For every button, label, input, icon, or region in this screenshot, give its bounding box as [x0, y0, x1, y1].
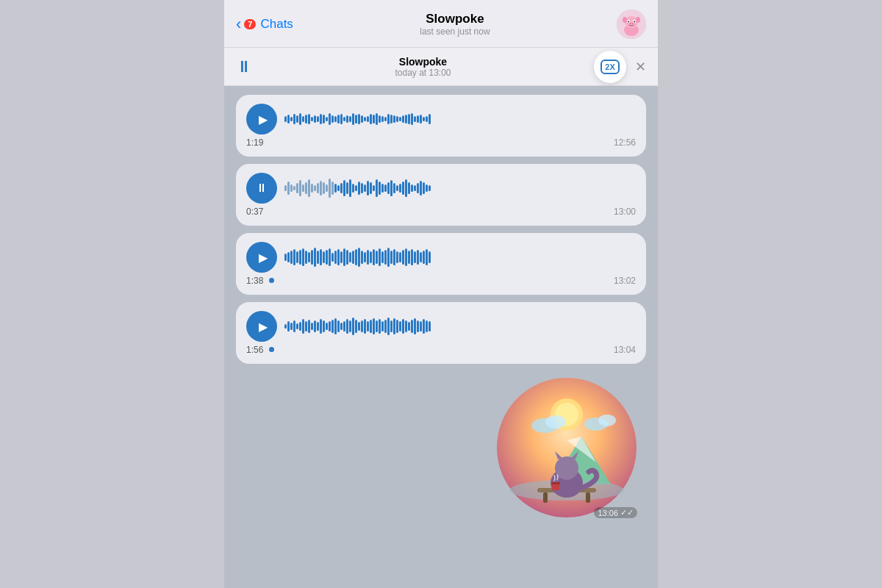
play-button-4[interactable]: ▶ — [246, 311, 277, 342]
waveform-bar — [429, 114, 431, 124]
waveform-bar — [426, 116, 428, 122]
waveform-bar — [299, 113, 301, 125]
waveform-bar — [305, 115, 307, 123]
waveform-bar — [411, 184, 413, 192]
header-center: Slowpoke last seen just now — [293, 12, 617, 37]
waveform-bar — [364, 184, 366, 192]
waveform-bar — [429, 185, 431, 191]
waveform-bar — [396, 251, 398, 263]
waveform-bar — [414, 251, 416, 263]
svg-point-6 — [634, 21, 635, 23]
waveform-bar — [387, 114, 390, 124]
waveform-bar — [305, 321, 307, 331]
waveform-bar — [396, 116, 398, 122]
waveform-bar — [426, 249, 428, 265]
waveform-bar — [343, 248, 345, 266]
waveform-bar — [302, 184, 304, 192]
voice-bottom-2: 0:37 13:00 — [246, 207, 636, 217]
waveform-bar — [384, 320, 387, 333]
mini-player-controls: 2X ✕ — [594, 51, 646, 83]
waveform-bar — [287, 321, 290, 331]
waveform-bar — [355, 185, 357, 191]
avatar[interactable] — [617, 10, 646, 39]
waveform-bar — [370, 320, 372, 333]
svg-rect-23 — [586, 492, 590, 503]
waveform-bar — [290, 117, 293, 121]
waveform-bar — [370, 114, 372, 124]
speed-button[interactable]: 2X — [594, 51, 626, 83]
waveform-bar — [426, 320, 428, 332]
waveform-bar — [405, 320, 407, 332]
waveform-bar — [367, 321, 369, 331]
waveform-bar — [349, 252, 351, 262]
mini-player-time: today at 13:00 — [252, 68, 594, 78]
waveform-bar — [343, 180, 345, 196]
waveform-bar — [384, 184, 387, 192]
waveform-bar — [293, 186, 295, 190]
waveform-bar — [346, 115, 348, 123]
waveform-bar — [305, 251, 307, 264]
waveform-bar — [420, 181, 422, 196]
voice-row-2: ⏸ — [246, 173, 636, 204]
waveform-bar — [314, 320, 316, 332]
waveform-bar — [326, 250, 328, 265]
waveform-bar — [408, 114, 410, 124]
waveform-bar — [352, 251, 354, 264]
mini-player-info: Slowpoke today at 13:00 — [252, 56, 594, 78]
waveform-bar — [314, 115, 316, 123]
contact-name: Slowpoke — [293, 12, 617, 26]
waveform-bar — [326, 184, 328, 192]
waveform-bar — [376, 113, 378, 125]
waveform-bar — [296, 115, 298, 123]
waveform-bar — [317, 183, 319, 193]
waveform-bar — [337, 115, 340, 123]
waveform-bar — [317, 116, 319, 122]
waveform-4 — [284, 315, 636, 337]
waveform-bar — [393, 318, 395, 334]
svg-point-25 — [555, 456, 578, 480]
waveform-bar — [287, 182, 290, 195]
mini-player-pause-icon[interactable]: ⏸ — [236, 57, 252, 76]
waveform-bar — [358, 114, 360, 124]
voice-bottom-1: 1:19 12:56 — [246, 137, 636, 148]
waveform-bar — [405, 248, 407, 266]
close-button[interactable]: ✕ — [635, 59, 646, 75]
waveform-bar — [396, 185, 398, 191]
waveform-bar — [426, 184, 428, 192]
waveform-bar — [323, 251, 325, 263]
unread-dot-4 — [269, 347, 274, 352]
svg-rect-22 — [543, 492, 548, 503]
waveform-bar — [367, 250, 369, 265]
play-icon-1: ▶ — [259, 112, 268, 126]
waveform-bar — [340, 323, 343, 330]
waveform-1 — [284, 108, 636, 130]
waveform-3 — [284, 246, 636, 268]
waveform-bar — [402, 250, 404, 265]
voice-timestamp-3: 13:02 — [614, 276, 636, 286]
play-button-3[interactable]: ▶ — [246, 242, 277, 273]
waveform-bar — [287, 115, 290, 123]
waveform-bar — [423, 251, 425, 264]
waveform-bar — [364, 319, 366, 334]
waveform-bar — [358, 322, 360, 331]
waveform-bar — [296, 323, 298, 329]
waveform-bar — [302, 248, 304, 266]
mini-player-name: Slowpoke — [252, 56, 594, 68]
waveform-bar — [384, 250, 387, 265]
waveform-bar — [381, 251, 384, 263]
waveform-bar — [399, 117, 401, 121]
waveform-bar — [349, 179, 351, 197]
waveform-bar — [396, 320, 398, 333]
waveform-bar — [408, 322, 410, 331]
waveform-bar — [364, 117, 366, 121]
pause-button-2[interactable]: ⏸ — [246, 173, 277, 204]
voice-timestamp-4: 13:04 — [614, 345, 636, 355]
waveform-bar — [290, 251, 293, 264]
waveform-bar — [373, 115, 375, 123]
waveform-bar — [305, 182, 307, 194]
waveform-bar — [314, 248, 316, 267]
back-button[interactable]: ‹ 7 Chats — [236, 16, 293, 32]
waveform-bar — [414, 318, 416, 334]
waveform-bar — [399, 184, 401, 193]
play-button-1[interactable]: ▶ — [246, 104, 277, 135]
